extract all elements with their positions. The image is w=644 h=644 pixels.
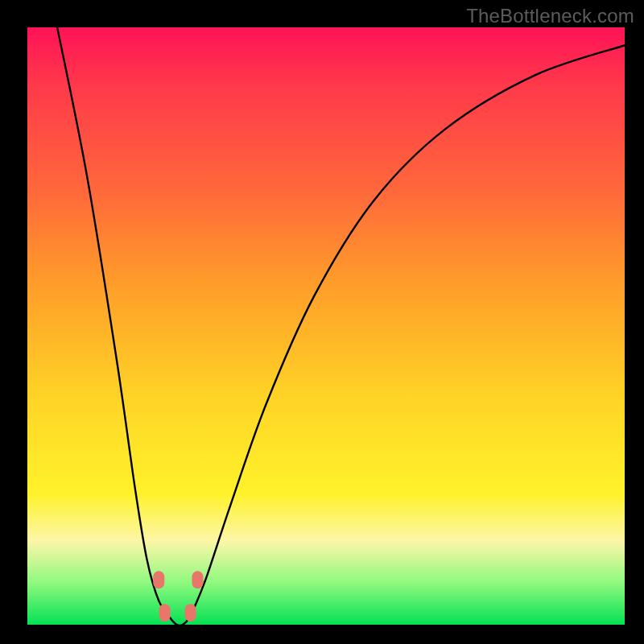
chart-svg <box>27 27 625 625</box>
curve-marker <box>192 571 203 588</box>
curve-marker <box>185 604 196 621</box>
bottleneck-curve-line <box>57 27 625 625</box>
chart-plot-area <box>27 27 625 625</box>
curve-markers <box>153 571 203 621</box>
watermark-text: TheBottleneck.com <box>466 5 634 27</box>
curve-marker <box>153 571 164 588</box>
curve-marker <box>159 604 171 621</box>
chart-frame: TheBottleneck.com <box>0 0 644 644</box>
